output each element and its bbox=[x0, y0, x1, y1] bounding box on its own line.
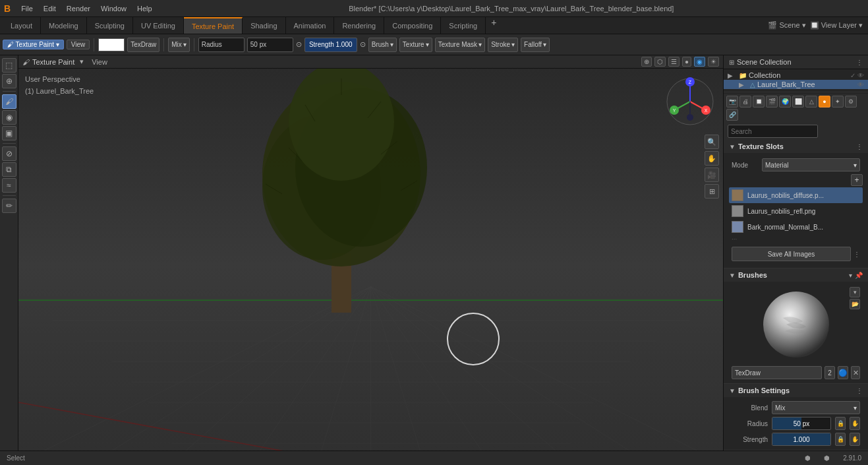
save-all-images-btn[interactable]: Save All Images bbox=[732, 247, 851, 261]
radius-pressure-btn[interactable]: ✋ bbox=[850, 417, 860, 430]
lt-cursor[interactable]: ⊕ bbox=[2, 74, 16, 88]
pan-btn[interactable]: ✋ bbox=[705, 151, 719, 166]
strength-icon[interactable]: ⊙ bbox=[360, 40, 366, 49]
brush-pin-btn[interactable]: 🔵 bbox=[838, 366, 848, 379]
viewport-canvas[interactable]: User Perspective (1) Laurel_Bark_Tree Z … bbox=[18, 69, 723, 450]
stroke-dropdown[interactable]: Stroke ▾ bbox=[488, 38, 518, 52]
brush-name-input[interactable] bbox=[732, 366, 822, 379]
radius-setting-input[interactable]: 50 px bbox=[772, 417, 831, 430]
brushes-options[interactable]: ▾ bbox=[849, 272, 852, 279]
tab-sculpting[interactable]: Sculpting bbox=[87, 17, 133, 34]
viewport-shading-material[interactable]: ◉ bbox=[694, 57, 705, 67]
lt-smear[interactable]: ≈ bbox=[2, 178, 16, 193]
texture-dropdown[interactable]: Texture ▾ bbox=[399, 38, 432, 52]
lt-clone[interactable]: ⧉ bbox=[2, 162, 16, 177]
filter-btn[interactable]: ⊞ bbox=[729, 59, 734, 66]
scene-collection-options[interactable]: ⋮ bbox=[856, 59, 863, 66]
prop-icon-constraints[interactable]: 🔗 bbox=[726, 109, 738, 121]
view-menu-btn[interactable]: View bbox=[67, 40, 90, 49]
brush-name-display[interactable]: TexDraw bbox=[127, 38, 159, 52]
blend-value-dropdown[interactable]: Mix ▾ bbox=[772, 401, 860, 414]
texture-slot-normal[interactable]: Bark_normal_Normal_B... bbox=[729, 219, 863, 235]
strength-pressure-btn[interactable]: ✋ bbox=[850, 433, 860, 446]
lt-draw-brush[interactable]: 🖌 bbox=[2, 94, 16, 109]
viewport-3d[interactable]: 🖌 Texture Paint ▾ View ⊕ ⬡ ☰ ● ◉ ☀ bbox=[18, 55, 723, 450]
sc-row-collection[interactable]: ▶ 📁 Collection ✓ 👁 bbox=[724, 71, 868, 80]
tree-visible[interactable]: 👁 bbox=[857, 81, 864, 88]
lt-select-box[interactable]: ⬚ bbox=[2, 58, 16, 73]
lt-erase[interactable]: ⊘ bbox=[2, 146, 16, 161]
radius-input[interactable]: 50 px bbox=[247, 38, 293, 52]
tab-texture-paint[interactable]: Texture Paint bbox=[184, 17, 243, 34]
brush-delete-btn[interactable]: ✕ bbox=[851, 366, 860, 379]
strength-setting-input[interactable]: 1.000 bbox=[772, 433, 831, 446]
tab-rendering[interactable]: Rendering bbox=[334, 17, 384, 34]
sc-row-tree[interactable]: ▶ △ Laurel_Bark_Tree 👁 bbox=[724, 80, 868, 89]
viewport-view-label[interactable]: View bbox=[92, 58, 107, 66]
lt-fill[interactable]: ◉ bbox=[2, 110, 16, 125]
viewport-gizmo-btn[interactable]: ⊕ bbox=[641, 57, 652, 67]
brush-dropdown[interactable]: Brush ▾ bbox=[368, 38, 397, 52]
prop-icon-object[interactable]: ⬜ bbox=[792, 96, 804, 108]
brushes-pin[interactable]: 📌 bbox=[855, 272, 863, 279]
tab-shading[interactable]: Shading bbox=[243, 17, 285, 34]
texture-slots-header[interactable]: ▼ Texture Slots ⋮ bbox=[724, 140, 868, 153]
prop-icon-world[interactable]: 🌍 bbox=[779, 96, 791, 108]
viewport-shading-solid[interactable]: ● bbox=[682, 57, 691, 67]
prop-icon-scene[interactable]: 🎬 bbox=[766, 96, 778, 108]
collection-check[interactable]: ✓ bbox=[850, 72, 855, 79]
prop-icon-particles[interactable]: ✦ bbox=[832, 96, 844, 108]
prop-icon-render[interactable]: 📷 bbox=[726, 96, 738, 108]
viewport-shading-rendered[interactable]: ☀ bbox=[708, 57, 719, 67]
camera-btn[interactable]: 🎥 bbox=[705, 168, 719, 182]
viewport-shading-wire[interactable]: ☰ bbox=[668, 57, 680, 67]
add-workspace-tab[interactable]: + bbox=[486, 17, 502, 34]
brush-settings-options[interactable]: ⋮ bbox=[856, 387, 863, 394]
nav-gizmo[interactable]: Z X Y bbox=[664, 75, 716, 128]
scene-dropdown[interactable]: 🎬 Scene ▾ bbox=[768, 21, 805, 30]
view-layer-dropdown[interactable]: 🔲 View Layer ▾ bbox=[810, 21, 863, 30]
tab-layout[interactable]: Layout bbox=[3, 17, 41, 34]
texture-slot-diffuse[interactable]: Laurus_nobilis_diffuse.p... bbox=[729, 187, 863, 203]
tab-scripting[interactable]: Scripting bbox=[441, 17, 486, 34]
texture-slots-options[interactable]: ⋮ bbox=[856, 143, 863, 150]
tab-compositing[interactable]: Compositing bbox=[384, 17, 441, 34]
texture-mask-dropdown[interactable]: Texture Mask ▾ bbox=[435, 38, 485, 52]
texture-slot-refl[interactable]: Laurus_nobilis_refl.png bbox=[729, 203, 863, 219]
viewport-dropdown-arrow[interactable]: ▾ bbox=[80, 57, 84, 66]
save-options-btn[interactable]: ⋮ bbox=[854, 251, 860, 258]
radius-lock-btn[interactable]: 🔒 bbox=[835, 417, 846, 430]
properties-search[interactable] bbox=[728, 125, 818, 138]
menu-file[interactable]: File bbox=[17, 3, 37, 14]
strength-bar[interactable]: Strength 1.000 bbox=[304, 38, 357, 52]
prop-icon-output[interactable]: 🖨 bbox=[739, 96, 751, 108]
prop-icon-mesh[interactable]: △ bbox=[805, 96, 817, 108]
tab-animation[interactable]: Animation bbox=[286, 17, 335, 34]
menu-edit[interactable]: Edit bbox=[40, 3, 60, 14]
strength-lock-btn[interactable]: 🔒 bbox=[835, 433, 846, 446]
tab-uv-editing[interactable]: UV Editing bbox=[133, 17, 184, 34]
lt-gradient[interactable]: ▣ bbox=[2, 126, 16, 140]
blend-dropdown[interactable]: Mix ▾ bbox=[168, 38, 190, 52]
add-texture-btn[interactable]: + bbox=[851, 174, 863, 186]
mode-selector[interactable]: 🖌 Texture Paint ▾ bbox=[3, 40, 64, 49]
prop-icon-physics[interactable]: ⚙ bbox=[845, 96, 857, 108]
lt-annotate[interactable]: ✏ bbox=[2, 199, 16, 213]
brush-browse-btn[interactable]: 📂 bbox=[850, 299, 860, 309]
radius-icon[interactable]: ⊙ bbox=[296, 40, 302, 49]
brushes-header[interactable]: ▼ Brushes ▾ 📌 bbox=[724, 268, 868, 282]
grid-btn[interactable]: ⊞ bbox=[705, 184, 719, 199]
zoom-in-btn[interactable]: 🔍 bbox=[705, 135, 719, 149]
menu-help[interactable]: Help bbox=[133, 3, 156, 14]
brush-expand-btn[interactable]: ▾ bbox=[850, 287, 860, 297]
prop-icon-viewlayer[interactable]: 🔲 bbox=[753, 96, 765, 108]
viewport-overlay-btn[interactable]: ⬡ bbox=[654, 57, 666, 67]
tab-modeling[interactable]: Modeling bbox=[41, 17, 87, 34]
mode-dropdown[interactable]: Material ▾ bbox=[762, 158, 860, 171]
prop-icon-material[interactable]: ● bbox=[819, 96, 830, 108]
color-swatch[interactable] bbox=[98, 38, 125, 51]
menu-render[interactable]: Render bbox=[63, 3, 94, 14]
brush-settings-header[interactable]: ▼ Brush Settings ⋮ bbox=[724, 384, 868, 397]
menu-window[interactable]: Window bbox=[97, 3, 130, 14]
falloff-dropdown[interactable]: Falloff ▾ bbox=[521, 38, 550, 52]
